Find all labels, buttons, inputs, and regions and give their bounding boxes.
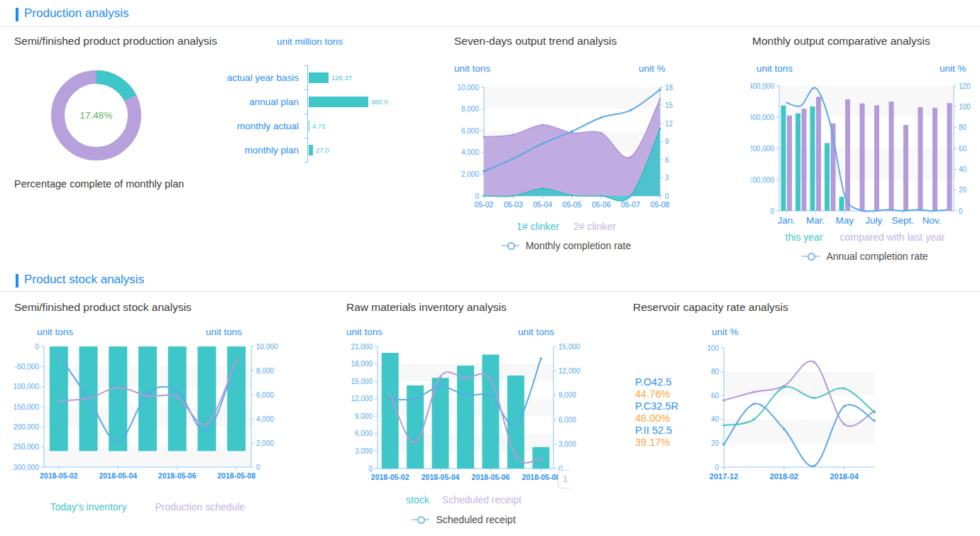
- svg-text:-300,000: -300,000: [13, 464, 39, 471]
- legend-item-scheduled-receipt[interactable]: Scheduled receipt: [442, 494, 522, 505]
- svg-text:300,000: 300,000: [751, 114, 774, 121]
- svg-text:0: 0: [770, 207, 774, 215]
- chart-title-seven-days: Seven-days output trend analysis: [454, 35, 617, 48]
- monthly-output-chart[interactable]: 400,000300,000200,000100,000012010080604…: [751, 80, 979, 236]
- hbar-category-label: actual year basis: [214, 72, 299, 83]
- chart-title-stock: Semi/finished product stock analysis: [14, 301, 192, 314]
- section-divider: [0, 26, 980, 27]
- svg-text:15,000: 15,000: [558, 343, 580, 351]
- svg-text:18,000: 18,000: [351, 360, 373, 368]
- svg-text:2018-05-04: 2018-05-04: [422, 473, 460, 481]
- svg-text:2018-02: 2018-02: [770, 472, 798, 481]
- svg-text:12,000: 12,000: [558, 367, 580, 375]
- svg-text:05-07: 05-07: [621, 200, 640, 209]
- hbar-category-label: monthly plan: [214, 145, 299, 155]
- svg-text:05-05: 05-05: [563, 200, 582, 209]
- svg-text:3,000: 3,000: [355, 447, 373, 455]
- svg-text:05-03: 05-03: [504, 200, 523, 209]
- hbar-value-label: 380.0: [371, 97, 388, 107]
- svg-text:2018-05-08: 2018-05-08: [217, 471, 255, 480]
- raw-line-legend: Scheduled receipt: [345, 514, 583, 525]
- svg-text:Sept.: Sept.: [891, 215, 914, 226]
- svg-text:3: 3: [665, 174, 669, 182]
- raw-legend: stock Scheduled receipt: [345, 494, 583, 505]
- svg-text:2018-05-04: 2018-05-04: [99, 471, 137, 480]
- reservoir-chart[interactable]: 1008060402002017-122018-022018-04: [703, 339, 905, 505]
- stock-chart[interactable]: 0-50,000-100,000-150,000-200,000-250,000…: [13, 339, 293, 495]
- svg-text:6,000: 6,000: [558, 416, 576, 424]
- unit-label-right: unit tons: [206, 327, 242, 337]
- legend-item-stock[interactable]: stock: [406, 494, 429, 505]
- hbar-value-label: 126.37: [331, 72, 352, 83]
- legend-item-production-schedule[interactable]: Production schedule: [155, 501, 245, 513]
- hbar-bar[interactable]: [309, 145, 313, 155]
- production-plan-bar-chart[interactable]: actual year basis126.37annual plan380.0m…: [214, 61, 420, 171]
- section-title-production: Production analysis: [24, 6, 128, 21]
- svg-text:May: May: [835, 215, 854, 226]
- svg-text:4,000: 4,000: [256, 415, 274, 423]
- svg-text:6: 6: [665, 156, 669, 164]
- data-zoom-handle-label: 1: [563, 474, 568, 484]
- dashboard: Production analysis Semi/finished produc…: [0, 0, 980, 536]
- legend-item-this-year[interactable]: this year: [786, 231, 823, 243]
- svg-text:100: 100: [959, 103, 971, 111]
- chart-title-raw-materials: Raw materials inventory analysis: [346, 301, 507, 314]
- seven-days-chart[interactable]: 10,0008,0006,0004,0002,0000181512963005-…: [453, 80, 680, 221]
- svg-text:40: 40: [959, 165, 967, 173]
- svg-text:12: 12: [665, 120, 673, 128]
- completion-donut-chart[interactable]: 17.48%: [45, 64, 148, 170]
- svg-text:20: 20: [959, 186, 967, 194]
- section-accent-bar: [16, 8, 18, 21]
- monthly-legend: this year compared with last year: [751, 231, 979, 243]
- chart-title-monthly-output: Monthly output comparative analysis: [752, 35, 930, 48]
- svg-text:200,000: 200,000: [751, 145, 774, 153]
- hbar-bar[interactable]: [309, 97, 368, 107]
- legend-item-todays-inventory[interactable]: Today's inventory: [50, 501, 127, 513]
- hbar-category-label: monthly actual: [214, 121, 299, 131]
- section-divider: [0, 291, 980, 292]
- svg-text:0: 0: [959, 207, 963, 215]
- legend-item-1-clinker[interactable]: 1# clinker: [517, 221, 559, 232]
- svg-text:0: 0: [368, 465, 373, 473]
- svg-text:4,000: 4,000: [461, 148, 479, 156]
- section-accent-bar: [16, 274, 18, 288]
- side-value-po425: 44.76%: [635, 388, 678, 400]
- hbar-bar[interactable]: [309, 121, 309, 131]
- unit-label-left: unit tons: [454, 63, 490, 74]
- side-label-po425: P.O42.5: [635, 376, 678, 388]
- svg-text:2018-05-02: 2018-05-02: [371, 473, 409, 481]
- svg-text:3,000: 3,000: [558, 440, 576, 448]
- unit-label-right: unit %: [639, 63, 666, 74]
- svg-text:9: 9: [665, 138, 669, 146]
- chart-title-production: Semi/finished product production analysi…: [14, 35, 217, 48]
- side-value-pc325r: 48.00%: [635, 412, 678, 425]
- unit-label-left: unit tons: [346, 327, 382, 337]
- svg-text:100,000: 100,000: [751, 176, 774, 184]
- line-legend-icon: [802, 256, 820, 257]
- hbar-bar[interactable]: [309, 72, 329, 83]
- svg-text:6,000: 6,000: [461, 127, 479, 135]
- svg-text:2,000: 2,000: [256, 439, 274, 447]
- svg-text:100: 100: [707, 344, 719, 352]
- section-title-stock: Product stock analysis: [24, 273, 144, 287]
- svg-text:-200,000: -200,000: [13, 423, 39, 431]
- legend-item-annual-completion-rate[interactable]: Annual completion rate: [826, 251, 927, 262]
- svg-text:2018-05-02: 2018-05-02: [40, 471, 78, 480]
- svg-text:12,000: 12,000: [351, 395, 373, 403]
- svg-text:0: 0: [475, 192, 479, 200]
- legend-item-scheduled-receipt-line[interactable]: Scheduled receipt: [436, 514, 515, 525]
- svg-text:05-04: 05-04: [533, 200, 552, 209]
- legend-item-2-clinker[interactable]: 2# clinker: [573, 221, 616, 232]
- raw-materials-chart[interactable]: 21,00018,00015,00012,0009,0006,0003,0000…: [345, 339, 583, 505]
- svg-text:2018-05-06: 2018-05-06: [158, 471, 197, 480]
- legend-item-compared-last-year[interactable]: compared with last year: [840, 231, 945, 243]
- svg-text:400,000: 400,000: [751, 82, 774, 90]
- svg-text:60: 60: [959, 145, 967, 153]
- monthly-line-legend: Annual completion rate: [751, 251, 979, 262]
- svg-text:Jan.: Jan.: [777, 215, 795, 226]
- legend-item-monthly-completion-rate[interactable]: Monthly completion rate: [526, 240, 632, 251]
- svg-text:05-06: 05-06: [592, 200, 611, 209]
- svg-text:40: 40: [711, 415, 720, 423]
- data-zoom-handle[interactable]: 1: [558, 470, 577, 488]
- svg-text:6,000: 6,000: [256, 391, 274, 399]
